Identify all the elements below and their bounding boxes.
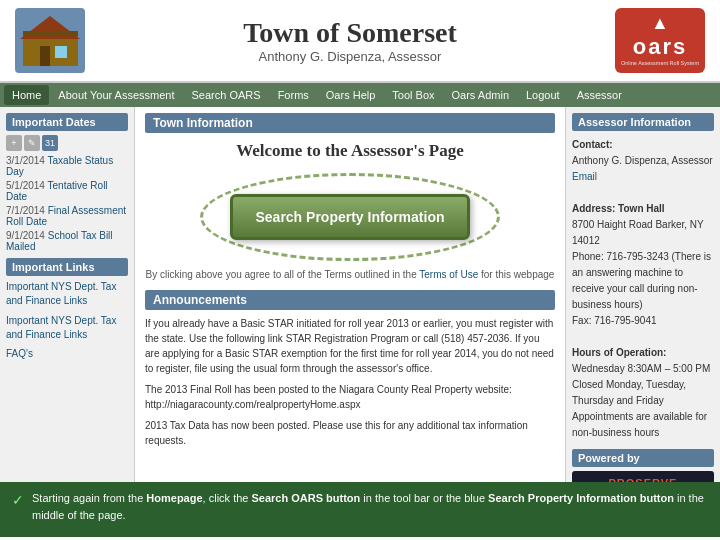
date-3: 7/1/2014 [6,205,45,216]
svg-rect-2 [40,46,50,66]
nav-item-oars-admin[interactable]: Oars Admin [444,85,517,105]
navbar: Home About Your Assessment Search OARS F… [0,83,720,107]
date-2: 5/1/2014 [6,180,45,191]
tool-icon-3[interactable]: 31 [42,135,58,151]
terms-suffix: for this webpage [481,269,554,280]
page-subtitle: Anthony G. Dispenza, Assessor [85,49,615,64]
announcements-header: Announcements [145,290,555,310]
assessor-details: Contact: Anthony G. Dispenza, Assessor E… [572,137,714,441]
search-property-button[interactable]: Search Property Information [230,194,470,240]
powered-by-header: Powered by [572,449,714,467]
date-4: 9/1/2014 [6,230,45,241]
assessor-name: Anthony G. Dispenza, Assessor [572,155,713,166]
terms-text: By clicking above you agree to all of th… [145,269,555,280]
house-icon [18,11,83,71]
nav-item-assessor[interactable]: Assessor [569,85,630,105]
nav-item-logout[interactable]: Logout [518,85,568,105]
oars-logo: ▲ oars Online Assessment Roll System [615,8,705,73]
date-item-1: 3/1/2014 Taxable Status Day [6,155,128,177]
oars-arrow-icon: ▲ [651,13,669,34]
bottom-instruction: Starting again from the Homepage, click … [32,490,708,523]
oars-logo-text: oars [633,34,687,60]
center-content: Town Information Welcome to the Assessor… [135,107,565,482]
date-item-4: 9/1/2014 School Tax Bill Mailed [6,230,128,252]
search-oval-container: Search Property Information [200,173,500,261]
tool-icon-2[interactable]: ✎ [24,135,40,151]
page-title: Town of Somerset [85,17,615,49]
sidebar-link-1[interactable]: Important NYS Dept. Tax and Finance Link… [6,280,128,308]
svg-rect-0 [23,36,78,66]
assessor-hours: Wednesday 8:30AM – 5:00 PM Closed Monday… [572,363,710,438]
proserve-logo: PROSERVE TECHNOLOGY SOLUTIONS [572,471,714,482]
left-sidebar: Important Dates + ✎ 31 3/1/2014 Taxable … [0,107,135,482]
important-dates-header: Important Dates [6,113,128,131]
announcement-3: 2013 Tax Data has now been posted. Pleas… [145,418,555,448]
terms-prefix: By clicking above you agree to all of th… [146,269,417,280]
proserve-text: PROSERVE [578,477,708,482]
oars-logo-sublabel: Online Assessment Roll System [621,60,699,67]
address-label: Address: Town Hall [572,203,665,214]
nav-item-search-oars[interactable]: Search OARS [184,85,269,105]
assessor-phone: Phone: 716-795-3243 (There is an answeri… [572,251,711,310]
date-item-2: 5/1/2014 Tentative Roll Date [6,180,128,202]
header-center: Town of Somerset Anthony G. Dispenza, As… [85,17,615,64]
bottom-bar: ✓ Starting again from the Homepage, clic… [0,482,720,537]
terms-link[interactable]: Terms of Use [419,269,478,280]
sidebar-tools: + ✎ 31 [6,135,128,151]
nav-item-forms[interactable]: Forms [270,85,317,105]
header: Town of Somerset Anthony G. Dispenza, As… [0,0,720,83]
nav-item-home[interactable]: Home [4,85,49,105]
announcement-2: The 2013 Final Roll has been posted to t… [145,382,555,412]
sidebar-link-3[interactable]: FAQ's [6,348,128,359]
svg-rect-3 [55,46,67,58]
announcement-1: If you already have a Basic STAR initiat… [145,316,555,376]
main-layout: Important Dates + ✎ 31 3/1/2014 Taxable … [0,107,720,482]
important-links-header: Important Links [6,258,128,276]
svg-rect-4 [23,31,78,36]
contact-label: Contact: [572,139,613,150]
welcome-text: Welcome to the Assessor's Page [145,141,555,161]
assessor-email-link[interactable]: Email [572,171,597,182]
checkmark-icon: ✓ [12,492,24,508]
hours-label: Hours of Operation: [572,347,666,358]
nav-item-tool-box[interactable]: Tool Box [384,85,442,105]
assessor-fax: Fax: 716-795-9041 [572,315,657,326]
right-sidebar: Assessor Information Contact: Anthony G.… [565,107,720,482]
date-1: 3/1/2014 [6,155,45,166]
town-info-header: Town Information [145,113,555,133]
date-item-3: 7/1/2014 Final Assessment Roll Date [6,205,128,227]
tool-icon-1[interactable]: + [6,135,22,151]
assessor-info-header: Assessor Information [572,113,714,131]
nav-item-oars-help[interactable]: Oars Help [318,85,384,105]
nav-item-about[interactable]: About Your Assessment [50,85,182,105]
assessor-address: 8700 Haight Road Barker, NY 14012 [572,219,704,246]
header-house-image [15,8,85,73]
sidebar-link-2[interactable]: Important NYS Dept. Tax and Finance Link… [6,314,128,342]
